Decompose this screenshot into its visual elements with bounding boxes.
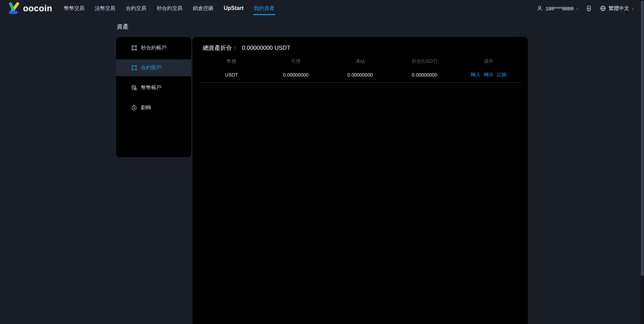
nav-item-second-contract-trade[interactable]: 秒合約交易 [157, 0, 182, 16]
nav-item-upstart[interactable]: UpStart [224, 0, 244, 16]
topbar-right: 188****8888 ‹ APP 繁體中文 ‹ [536, 5, 634, 12]
col-header-currency: 幣種 [199, 58, 264, 65]
nav-item-spot-trade[interactable]: 幣幣交易 [64, 0, 85, 16]
page-title: 資產 [117, 23, 528, 31]
contract-frame-icon [131, 45, 137, 51]
contract-frame-icon [131, 65, 137, 71]
user-icon [536, 5, 543, 12]
cell-converted: 0.00000000 [392, 72, 457, 78]
brand-name: oocoin [23, 3, 52, 13]
nav-item-fiat-trade[interactable]: 法幣交易 [95, 0, 115, 16]
globe-icon [600, 5, 606, 12]
svg-text:APP: APP [587, 7, 590, 9]
coins-database-icon [131, 84, 137, 91]
nav-item-contract-trade[interactable]: 合約交易 [126, 0, 146, 16]
language-selector[interactable]: 繁體中文 ‹ [600, 5, 634, 12]
sidebar-item-label: 合約賬戶 [141, 65, 162, 71]
user-chevron-icon: ‹ [576, 5, 578, 11]
top-navbar: oocoin 幣幣交易 法幣交易 合約交易 秒合約交易 鎖倉挖礦 UpStart… [0, 0, 644, 16]
transfer-out-link[interactable]: 轉出 [484, 72, 493, 78]
table-row: USDT 0.00000000 0.00000000 0.00000000 轉入… [199, 67, 521, 83]
sidebar-item-transfer[interactable]: 劃轉 [116, 99, 191, 116]
app-download-icon: APP [586, 5, 592, 12]
main-nav: 幣幣交易 法幣交易 合約交易 秒合約交易 鎖倉挖礦 UpStart 我的資產 [64, 0, 275, 16]
user-menu[interactable]: 188****8888 ‹ [536, 5, 578, 12]
total-assets-value: 0.00000000 USDT [242, 45, 290, 51]
sidebar-item-second-contract-account[interactable]: 秒合約帳戶 [116, 39, 191, 56]
assets-panel: 總資產折合： 0.00000000 USDT 幣種 可用 凍結 折合(USDT)… [192, 37, 528, 324]
sidebar-item-spot-account[interactable]: 幣幣帳戶 [116, 79, 191, 96]
sidebar-item-label: 劃轉 [141, 104, 151, 111]
nav-item-my-assets[interactable]: 我的資產 [254, 0, 275, 16]
brand-logo[interactable]: oocoin [8, 2, 52, 15]
app-download-button[interactable]: APP [586, 5, 592, 12]
col-header-available: 可用 [264, 58, 328, 65]
nav-item-lockup-mining[interactable]: 鎖倉挖礦 [193, 0, 213, 16]
sidebar-item-label: 秒合約帳戶 [141, 45, 167, 51]
records-link[interactable]: 記錄 [497, 72, 507, 78]
panels: 秒合約帳戶 合約賬戶 [116, 37, 528, 324]
sidebar-item-contract-account[interactable]: 合約賬戶 [116, 59, 191, 76]
cell-frozen: 0.00000000 [328, 72, 392, 78]
total-assets-label: 總資產折合： [203, 44, 238, 52]
col-header-frozen: 凍結 [328, 58, 392, 65]
total-assets-line: 總資產折合： 0.00000000 USDT [199, 43, 521, 52]
page-content: 資產 秒合約帳戶 [116, 23, 528, 324]
col-header-converted: 折合(USDT) [392, 58, 457, 65]
asset-table-header: 幣種 可用 凍結 折合(USDT) 操作 [199, 56, 521, 67]
account-sidebar: 秒合約帳戶 合約賬戶 [116, 37, 191, 157]
app-root: oocoin 幣幣交易 法幣交易 合約交易 秒合約交易 鎖倉挖礦 UpStart… [0, 0, 644, 324]
cell-currency: USDT [199, 72, 264, 78]
transfer-circle-icon [131, 104, 137, 111]
user-phone: 188****8888 [545, 5, 574, 11]
language-label: 繁體中文 [609, 5, 629, 12]
language-chevron-icon: ‹ [632, 5, 634, 11]
asset-table: 幣種 可用 凍結 折合(USDT) 操作 USDT 0.00000000 0.0… [199, 56, 521, 83]
brand-logo-icon [8, 2, 22, 15]
transfer-in-link[interactable]: 轉入 [471, 72, 480, 78]
scrollbar-thumb[interactable] [641, 1, 644, 276]
cell-actions: 轉入 轉出 記錄 [457, 72, 521, 78]
scrollbar[interactable] [641, 0, 644, 324]
cell-available: 0.00000000 [264, 72, 328, 78]
sidebar-item-label: 幣幣帳戶 [141, 84, 162, 91]
col-header-actions: 操作 [457, 58, 521, 65]
